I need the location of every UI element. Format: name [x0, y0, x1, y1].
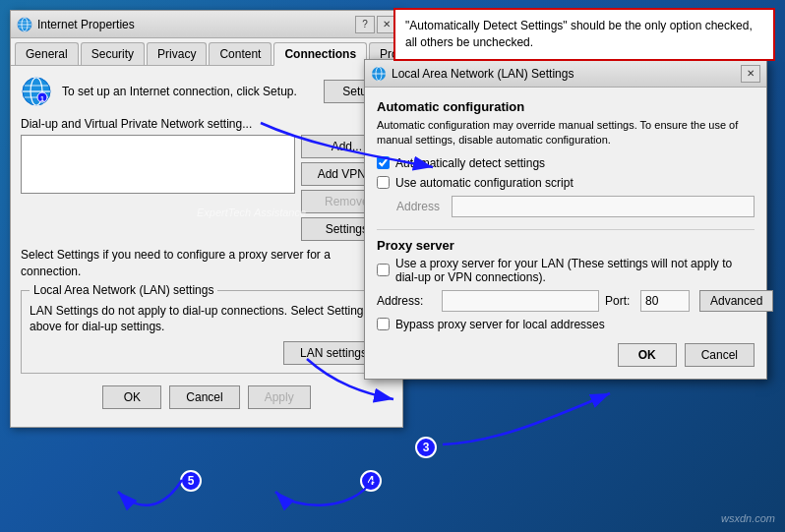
watermark: wsxdn.com [721, 512, 775, 524]
expert-logo: ExpertTech Assistance [197, 207, 306, 218]
auto-script-label: Use automatic configuration script [395, 176, 574, 190]
dialog-ok-cancel: OK Cancel [377, 343, 755, 367]
use-proxy-label: Use a proxy server for your LAN (These s… [395, 257, 755, 284]
help-button[interactable]: ? [355, 16, 375, 33]
lan-dialog-title-left: Local Area Network (LAN) Settings [371, 66, 574, 82]
proxy-address-row: Address: Port: 80 Advanced [377, 290, 755, 312]
proxy-address-label: Address: [377, 294, 436, 308]
lan-dialog-content: Automatic configuration Automatic config… [365, 88, 766, 379]
lan-settings-dialog: Local Area Network (LAN) Settings ✕ Auto… [364, 59, 767, 380]
proxy-server-title: Proxy server [377, 238, 755, 253]
svg-text:1: 1 [40, 95, 44, 102]
globe-icon: 1 [21, 76, 52, 107]
ok-cancel-row: OK Cancel Apply [21, 385, 392, 417]
lan-dialog-cancel-button[interactable]: Cancel [685, 343, 755, 367]
lan-dialog-icon [371, 66, 387, 82]
script-address-row: Address [396, 196, 755, 217]
port-input[interactable]: 80 [640, 290, 690, 312]
use-proxy-row: Use a proxy server for your LAN (These s… [377, 257, 755, 284]
tab-general[interactable]: General [15, 42, 79, 65]
ok-button[interactable]: OK [102, 385, 161, 409]
auto-detect-label: Automatically detect settings [395, 156, 545, 170]
warning-text: "Automatically Detect Settings" should b… [405, 19, 753, 49]
titlebar-buttons: ? ✕ [355, 16, 396, 33]
apply-button[interactable]: Apply [248, 385, 311, 409]
lan-section: Local Area Network (LAN) settings LAN Se… [21, 290, 392, 375]
window-icon [17, 17, 32, 32]
bypass-label: Bypass proxy server for local addresses [395, 318, 605, 331]
cancel-button[interactable]: Cancel [169, 385, 239, 409]
connections-list[interactable] [21, 135, 295, 194]
address-placeholder-label: Address [396, 200, 446, 213]
auto-script-checkbox[interactable] [377, 176, 390, 189]
auto-detect-row: Automatically detect settings [377, 156, 755, 170]
bypass-checkbox[interactable] [377, 318, 390, 330]
auto-config-desc: Automatic configuration may override man… [377, 118, 755, 148]
lan-description: LAN Settings do not apply to dial-up con… [30, 303, 384, 336]
script-address-input[interactable] [452, 196, 755, 217]
tab-content[interactable]: Content [209, 42, 272, 65]
tab-security[interactable]: Security [81, 42, 145, 65]
auto-script-row: Use automatic configuration script [377, 176, 755, 190]
bypass-row: Bypass proxy server for local addresses [377, 318, 755, 331]
step-3-circle: 3 [415, 437, 437, 458]
step-4-circle: 4 [360, 470, 382, 492]
tabs-row: General Security Privacy Content Connect… [11, 38, 402, 66]
lan-section-title: Local Area Network (LAN) settings [30, 283, 217, 297]
port-label: Port: [605, 294, 634, 308]
setup-row: 1 To set up an Internet connection, clic… [21, 76, 392, 107]
lan-dialog-close-button[interactable]: ✕ [741, 65, 760, 83]
connections-main: Dial-up and Virtual Private Network sett… [21, 117, 392, 241]
dial-up-label: Dial-up and Virtual Private Network sett… [21, 117, 392, 131]
use-proxy-checkbox[interactable] [377, 264, 390, 276]
window-title: Internet Properties [37, 18, 135, 31]
titlebar: Internet Properties ? ✕ [11, 11, 402, 38]
titlebar-left: Internet Properties [17, 17, 135, 32]
auto-detect-checkbox[interactable] [377, 156, 390, 169]
lan-dialog-titlebar: Local Area Network (LAN) Settings ✕ [365, 60, 766, 88]
advanced-button[interactable]: Advanced [699, 290, 773, 312]
proxy-address-input[interactable] [442, 290, 599, 312]
tab-connections[interactable]: Connections [273, 42, 367, 66]
lan-dialog-title: Local Area Network (LAN) Settings [392, 67, 574, 81]
internet-properties-window: Internet Properties ? ✕ General Security… [10, 10, 403, 428]
lan-dialog-ok-button[interactable]: OK [618, 343, 677, 367]
auto-config-group: Automatic configuration Automatic config… [377, 99, 755, 217]
auto-config-title: Automatic configuration [377, 99, 755, 114]
warning-box: "Automatically Detect Settings" should b… [393, 8, 775, 61]
tab-privacy[interactable]: Privacy [147, 42, 207, 65]
select-settings-text: Select Settings if you need to configure… [21, 247, 392, 280]
connections-tab-content: 1 To set up an Internet connection, clic… [11, 66, 402, 427]
proxy-server-group: Proxy server Use a proxy server for your… [377, 238, 755, 331]
step-5-circle: 5 [180, 470, 202, 492]
divider [377, 229, 755, 230]
setup-description: To set up an Internet connection, click … [62, 85, 314, 98]
